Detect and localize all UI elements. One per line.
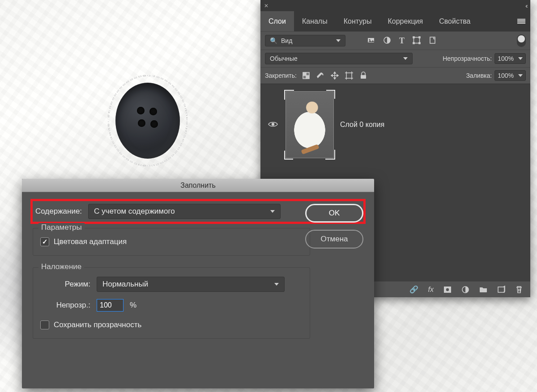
- preserve-transparency-checkbox[interactable]: [40, 320, 49, 329]
- svg-point-15: [272, 122, 274, 125]
- content-select[interactable]: С учетом содержимого: [88, 204, 281, 219]
- svg-rect-10: [306, 76, 309, 79]
- lock-label: Закрепить:: [265, 72, 297, 79]
- lock-pixels-icon[interactable]: [316, 72, 324, 80]
- link-layers-icon[interactable]: 🔗: [409, 285, 418, 294]
- panel-title-bar[interactable]: ✕ ‹‹: [260, 0, 530, 11]
- opacity-input[interactable]: [97, 299, 124, 312]
- mode-label: Режим:: [40, 280, 90, 289]
- svg-rect-12: [303, 76, 306, 79]
- svg-rect-8: [430, 37, 435, 43]
- new-adjustment-icon[interactable]: [461, 286, 469, 294]
- tab-properties[interactable]: Свойства: [431, 11, 478, 31]
- dialog-titlebar[interactable]: Заполнить: [22, 179, 374, 192]
- delete-layer-icon[interactable]: [515, 286, 523, 294]
- blend-mode-label: Обычные: [270, 55, 298, 62]
- color-adaptation-checkbox[interactable]: [40, 237, 49, 246]
- fill-opacity-label: Заливка:: [466, 72, 492, 79]
- options-legend: Параметры: [38, 223, 85, 232]
- tab-layers[interactable]: Слои: [260, 11, 294, 31]
- chevron-down-icon: [336, 39, 341, 42]
- layer-name-label[interactable]: Слой 0 копия: [340, 121, 384, 129]
- chevron-down-icon: [270, 210, 275, 213]
- panel-menu-button[interactable]: [512, 11, 530, 31]
- layer-fx-icon[interactable]: fx: [428, 286, 434, 294]
- svg-rect-14: [361, 75, 366, 79]
- opacity-value: 100%: [498, 55, 514, 62]
- chevron-down-icon: [274, 283, 279, 286]
- content-label: Содержание:: [35, 207, 82, 216]
- mode-select[interactable]: Нормальный: [97, 277, 285, 292]
- tab-paths[interactable]: Контуры: [336, 11, 380, 31]
- fill-opacity-box[interactable]: 100%: [494, 70, 526, 81]
- svg-point-17: [446, 288, 449, 291]
- content-value: С учетом содержимого: [94, 207, 175, 216]
- add-mask-icon[interactable]: [443, 286, 452, 294]
- filter-type-icons: T: [367, 36, 437, 46]
- collapse-icon[interactable]: ‹‹: [525, 2, 527, 9]
- svg-rect-6: [413, 42, 414, 44]
- tab-adjustments[interactable]: Коррекция: [379, 11, 431, 31]
- svg-rect-13: [346, 73, 352, 78]
- chevron-down-icon: [518, 57, 523, 60]
- options-group: Параметры Цветовая адаптация: [33, 228, 310, 256]
- mode-value: Нормальный: [102, 280, 148, 289]
- search-icon: 🔍: [270, 37, 277, 44]
- svg-rect-4: [413, 37, 414, 38]
- opacity-label: Непрозрачность:: [443, 55, 492, 62]
- blending-group: Наложение Режим: Нормальный Непрозр.: % …: [33, 267, 310, 339]
- visibility-eye-icon[interactable]: [267, 120, 279, 130]
- preserve-transparency-label: Сохранить прозрачность: [54, 320, 141, 329]
- new-layer-icon[interactable]: [497, 286, 505, 294]
- filter-adjust-icon[interactable]: [383, 36, 391, 44]
- color-adaptation-label: Цветовая адаптация: [54, 237, 127, 246]
- lock-position-icon[interactable]: [331, 72, 339, 80]
- filter-kind-label: Вид: [281, 37, 292, 44]
- hamburger-icon: [517, 19, 525, 24]
- filter-smart-icon[interactable]: [429, 36, 437, 44]
- fill-opacity-value: 100%: [498, 72, 514, 79]
- lock-row: Закрепить: Заливка: 100%: [260, 67, 530, 84]
- svg-rect-19: [498, 287, 504, 292]
- panel-tabs: Слои Каналы Контуры Коррекция Свойства: [260, 11, 530, 31]
- chevron-down-icon: [518, 74, 523, 77]
- fill-dialog: Заполнить Содержание: С учетом содержимо…: [22, 179, 374, 388]
- svg-rect-11: [306, 72, 309, 76]
- filter-pixel-icon[interactable]: [367, 36, 375, 44]
- opacity-short-label: Непрозр.:: [40, 301, 90, 310]
- layer-row[interactable]: Слой 0 копия: [260, 89, 530, 161]
- percent-sign: %: [130, 301, 136, 310]
- filter-row: 🔍 Вид T: [260, 31, 530, 50]
- svg-rect-5: [419, 37, 420, 38]
- close-icon[interactable]: ✕: [264, 3, 268, 9]
- filter-kind-select[interactable]: 🔍 Вид: [265, 35, 345, 46]
- svg-rect-9: [303, 72, 306, 76]
- chevron-down-icon: [403, 57, 408, 60]
- blend-row: Обычные Непрозрачность: 100%: [260, 50, 530, 67]
- opacity-value-box[interactable]: 100%: [494, 53, 526, 64]
- blending-legend: Наложение: [38, 262, 84, 271]
- lock-transparency-icon[interactable]: [302, 72, 310, 80]
- layer-thumbnail[interactable]: [286, 91, 334, 158]
- filter-shape-icon[interactable]: [413, 36, 421, 44]
- blend-mode-select[interactable]: Обычные: [265, 53, 413, 64]
- new-group-icon[interactable]: [479, 286, 487, 294]
- filter-toggle[interactable]: [517, 34, 526, 47]
- tab-channels[interactable]: Каналы: [294, 11, 336, 31]
- filter-type-icon[interactable]: T: [399, 36, 405, 46]
- lock-artboard-icon[interactable]: [345, 72, 353, 80]
- cancel-button[interactable]: Отмена: [305, 230, 363, 249]
- ok-button[interactable]: OK: [305, 204, 363, 223]
- svg-rect-7: [419, 42, 420, 44]
- dialog-title: Заполнить: [180, 181, 216, 190]
- selection-marching-ants: [108, 75, 188, 166]
- lock-all-icon[interactable]: [359, 72, 367, 80]
